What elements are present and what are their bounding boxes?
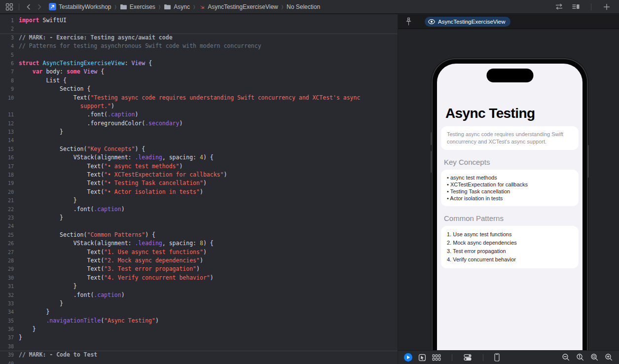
code-line[interactable]: 29 Text("3. Test error propagation") xyxy=(0,265,398,273)
device-settings-icon[interactable] xyxy=(463,354,472,361)
breadcrumb-item[interactable]: TestabilityWorkshop xyxy=(49,3,111,10)
line-number-gutter[interactable]: 21 xyxy=(0,196,19,205)
code-line[interactable]: 34 } xyxy=(0,308,398,316)
code-line[interactable]: 39// MARK: - Code to Test xyxy=(0,351,398,359)
line-number-gutter[interactable]: 4 xyxy=(0,42,19,50)
line-number-gutter[interactable]: 6 xyxy=(0,59,19,68)
code-line[interactable]: 6struct AsyncTestingExerciseView: View { xyxy=(0,59,398,68)
code-line[interactable]: 37} xyxy=(0,333,398,342)
line-number-gutter[interactable]: 7 xyxy=(0,68,19,76)
code-line[interactable]: 16 VStack(alignment: .leading, spacing: … xyxy=(0,153,398,162)
line-number-gutter[interactable]: 33 xyxy=(0,299,19,308)
code-line[interactable]: 2 xyxy=(0,25,398,33)
code-line[interactable]: 19 Text("• Testing Task cancellation") xyxy=(0,179,398,187)
code-line[interactable]: 28 Text("2. Mock async dependencies") xyxy=(0,256,398,265)
line-number-gutter[interactable]: 23 xyxy=(0,214,19,222)
code-line[interactable]: 35 .navigationTitle("Async Testing") xyxy=(0,317,398,325)
code-line[interactable]: 36 } xyxy=(0,325,398,333)
line-number-gutter[interactable]: 37 xyxy=(0,333,19,342)
line-number-gutter[interactable]: 34 xyxy=(0,308,19,316)
line-number-gutter[interactable]: 18 xyxy=(0,171,19,179)
line-number-gutter[interactable] xyxy=(0,102,19,110)
line-number-gutter[interactable]: 40 xyxy=(0,360,19,364)
code-line[interactable]: 17 Text("• async test methods") xyxy=(0,162,398,171)
preview-target-badge[interactable]: AsyncTestingExerciseView xyxy=(425,17,510,27)
code-line[interactable]: 12 .foregroundColor(.secondary) xyxy=(0,119,398,128)
add-editor-icon[interactable] xyxy=(601,1,612,12)
code-line[interactable]: 20 Text("• Actor isolation in tests") xyxy=(0,188,398,196)
line-number-gutter[interactable]: 14 xyxy=(0,136,19,145)
line-number-gutter[interactable]: 15 xyxy=(0,145,19,153)
line-number-gutter[interactable]: 12 xyxy=(0,119,19,128)
line-number-gutter[interactable]: 25 xyxy=(0,231,19,239)
select-mode-icon[interactable] xyxy=(418,354,426,362)
code-line[interactable]: 11 .font(.caption) xyxy=(0,110,398,119)
related-items-grid-icon[interactable] xyxy=(4,1,15,12)
breadcrumb-item[interactable]: AsyncTestingExerciseView xyxy=(198,3,278,10)
line-number-gutter[interactable]: 39 xyxy=(0,351,19,359)
line-number-gutter[interactable]: 5 xyxy=(0,51,19,59)
code-line[interactable]: 1import SwiftUI xyxy=(0,16,398,25)
code-line[interactable]: 5 xyxy=(0,51,398,59)
code-line[interactable]: 7 var body: some View { xyxy=(0,68,398,76)
zoom-in-icon[interactable] xyxy=(605,353,613,362)
line-number-gutter[interactable]: 9 xyxy=(0,85,19,93)
device-icon[interactable] xyxy=(494,353,500,362)
code-line[interactable]: 15 Section("Key Concepts") { xyxy=(0,145,398,153)
line-number-gutter[interactable]: 22 xyxy=(0,205,19,214)
code-line[interactable]: 14 xyxy=(0,136,398,145)
navigate-back-icon[interactable] xyxy=(23,1,34,12)
code-line[interactable]: 31 } xyxy=(0,282,398,291)
line-number-gutter[interactable]: 38 xyxy=(0,342,19,351)
zoom-out-icon[interactable] xyxy=(562,353,570,362)
line-number-gutter[interactable]: 30 xyxy=(0,274,19,282)
line-number-gutter[interactable]: 32 xyxy=(0,291,19,299)
code-line[interactable]: 30 Text("4. Verify concurrent behavior") xyxy=(0,274,398,282)
code-line[interactable]: 23 } xyxy=(0,214,398,222)
code-line[interactable]: 40 xyxy=(0,360,398,364)
zoom-100-icon[interactable] xyxy=(576,353,584,362)
code-line[interactable]: 8 List { xyxy=(0,76,398,85)
code-line[interactable]: 27 Text("1. Use async test functions") xyxy=(0,248,398,256)
code-line[interactable]: 3// MARK: - Exercise: Testing async/awai… xyxy=(0,34,398,42)
line-number-gutter[interactable]: 16 xyxy=(0,153,19,162)
line-number-gutter[interactable]: 8 xyxy=(0,76,19,85)
code-review-icon[interactable] xyxy=(553,1,564,12)
line-number-gutter[interactable]: 29 xyxy=(0,265,19,273)
variants-mode-icon[interactable] xyxy=(432,354,441,361)
code-line[interactable]: 9 Section { xyxy=(0,85,398,93)
code-line[interactable]: 10 Text("Testing async code requires und… xyxy=(0,94,398,102)
navigate-forward-icon[interactable] xyxy=(34,1,45,12)
code-line[interactable]: 25 Section("Common Patterns") { xyxy=(0,231,398,239)
breadcrumb-item[interactable]: No Selection xyxy=(287,3,320,10)
live-preview-play-icon[interactable] xyxy=(404,353,412,362)
line-number-gutter[interactable]: 13 xyxy=(0,128,19,136)
code-line[interactable]: 33 } xyxy=(0,299,398,308)
editor-options-icon[interactable] xyxy=(570,1,581,12)
code-line[interactable]: 24 xyxy=(0,222,398,230)
code-line[interactable]: 38 xyxy=(0,342,398,351)
line-number-gutter[interactable]: 20 xyxy=(0,188,19,196)
line-number-gutter[interactable]: 31 xyxy=(0,282,19,291)
breadcrumb-item[interactable]: Exercises xyxy=(120,3,155,10)
line-number-gutter[interactable]: 26 xyxy=(0,239,19,248)
line-number-gutter[interactable]: 11 xyxy=(0,110,19,119)
line-number-gutter[interactable]: 19 xyxy=(0,179,19,187)
line-number-gutter[interactable]: 35 xyxy=(0,317,19,325)
code-line[interactable]: 22 .font(.caption) xyxy=(0,205,398,214)
pin-preview-icon[interactable] xyxy=(403,16,414,27)
line-number-gutter[interactable]: 24 xyxy=(0,222,19,230)
line-number-gutter[interactable]: 2 xyxy=(0,25,19,33)
line-number-gutter[interactable]: 27 xyxy=(0,248,19,256)
code-line[interactable]: 26 VStack(alignment: .leading, spacing: … xyxy=(0,239,398,248)
code-line[interactable]: 21 } xyxy=(0,196,398,205)
line-number-gutter[interactable]: 1 xyxy=(0,16,19,25)
line-number-gutter[interactable]: 17 xyxy=(0,162,19,171)
source-editor[interactable]: 1import SwiftUI23// MARK: - Exercise: Te… xyxy=(0,14,398,364)
code-line[interactable]: 32 .font(.caption) xyxy=(0,291,398,299)
line-number-gutter[interactable]: 10 xyxy=(0,94,19,102)
zoom-fit-icon[interactable] xyxy=(590,353,599,362)
breadcrumb-item[interactable]: Async xyxy=(164,3,190,10)
code-line[interactable]: support.") xyxy=(0,102,398,110)
code-line[interactable]: 4// Patterns for testing asynchronous Sw… xyxy=(0,42,398,50)
